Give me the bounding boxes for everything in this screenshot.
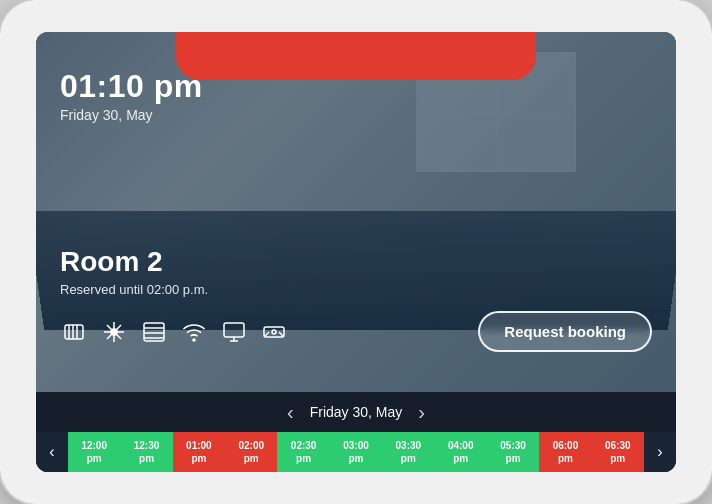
projector-icon (260, 318, 288, 346)
device-frame: 01:10 pm Friday 30, May Room 2 Reserved … (0, 0, 712, 504)
timeline-slots: 12:00pm12:30pm01:00pm02:00pm02:30pm03:00… (68, 432, 644, 472)
main-content-area: 01:10 pm Friday 30, May Room 2 Reserved … (36, 32, 676, 392)
room-info: Room 2 Reserved until 02:00 p.m. (60, 246, 652, 372)
time-slot-6[interactable]: 03:30pm (382, 432, 434, 472)
timeline-next-arrow[interactable]: › (644, 432, 676, 472)
room-name: Room 2 (60, 246, 652, 278)
timeline: ‹ 12:00pm12:30pm01:00pm02:00pm02:30pm03:… (36, 432, 676, 472)
time-slot-2[interactable]: 01:00pm (173, 432, 225, 472)
time-slot-0[interactable]: 12:00pm (68, 432, 120, 472)
time-slot-10[interactable]: 06:30pm (592, 432, 644, 472)
room-status: Reserved until 02:00 p.m. (60, 282, 652, 297)
time-slot-3[interactable]: 02:00pm (225, 432, 277, 472)
svg-point-9 (193, 339, 195, 341)
next-date-arrow[interactable]: › (414, 401, 429, 424)
ventilation-icon (140, 318, 168, 346)
time-slot-1[interactable]: 12:30pm (120, 432, 172, 472)
time-slot-4[interactable]: 02:30pm (277, 432, 329, 472)
time-slot-5[interactable]: 03:00pm (330, 432, 382, 472)
content-overlay: 01:10 pm Friday 30, May Room 2 Reserved … (36, 32, 676, 392)
time-slot-7[interactable]: 04:00pm (435, 432, 487, 472)
amenities-row (60, 318, 288, 346)
top-bar (176, 32, 536, 80)
heating-icon (60, 318, 88, 346)
time-slot-9[interactable]: 06:00pm (539, 432, 591, 472)
time-slot-8[interactable]: 05:30pm (487, 432, 539, 472)
wifi-icon (180, 318, 208, 346)
prev-date-arrow[interactable]: ‹ (283, 401, 298, 424)
nav-date-label: Friday 30, May (310, 404, 403, 420)
svg-rect-0 (65, 325, 83, 339)
current-date: Friday 30, May (60, 107, 652, 123)
svg-rect-10 (224, 323, 244, 337)
request-booking-button[interactable]: Request booking (478, 311, 652, 352)
ac-icon (100, 318, 128, 346)
device-inner: 01:10 pm Friday 30, May Room 2 Reserved … (36, 32, 676, 472)
timeline-prev-arrow[interactable]: ‹ (36, 432, 68, 472)
date-navigation: ‹ Friday 30, May › (36, 392, 676, 432)
svg-rect-13 (264, 327, 284, 337)
bottom-row: Request booking (60, 311, 652, 352)
svg-point-14 (272, 330, 276, 334)
screen-icon (220, 318, 248, 346)
